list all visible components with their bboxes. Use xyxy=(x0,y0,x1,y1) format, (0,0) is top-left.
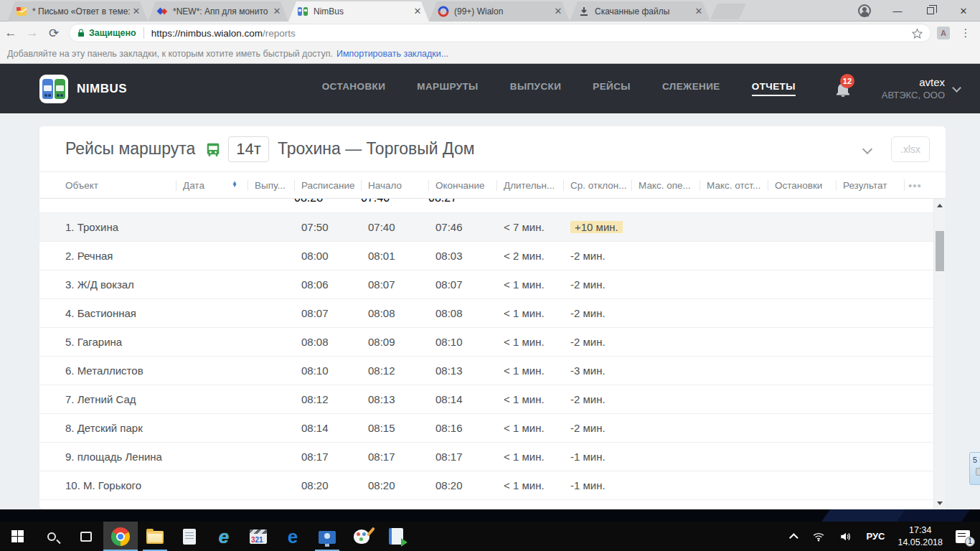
taskbar-edge[interactable]: e xyxy=(275,522,310,551)
tab-close-icon[interactable]: ✕ xyxy=(131,6,142,17)
cell-avg-deviation: -3 мин. xyxy=(563,364,631,377)
taskbar-search-button[interactable] xyxy=(34,522,69,551)
cell-schedule: 08:07 xyxy=(294,307,361,319)
col-object[interactable]: Объект xyxy=(39,180,176,191)
export-xlsx-button[interactable]: .xlsx xyxy=(891,136,930,162)
back-button[interactable]: ← xyxy=(0,26,22,40)
cell-object: 2. Речная xyxy=(39,250,176,262)
taskbar-media-app[interactable] xyxy=(379,522,413,551)
tab-close-icon[interactable]: ✕ xyxy=(693,6,705,17)
nav-routes[interactable]: МАРШРУТЫ xyxy=(417,81,478,96)
taskbar-explorer[interactable] xyxy=(138,522,172,551)
report-title: Рейсы маршрута xyxy=(65,139,195,159)
tab-mail[interactable]: * Письмо «Ответ в теме: ✕ xyxy=(7,1,148,22)
col-vypusk[interactable]: Выпу... xyxy=(248,180,294,191)
table-row[interactable]: 2. Речная08:0008:0108:03< 2 мин.-2 мин. xyxy=(39,242,946,270)
forward-button[interactable]: → xyxy=(22,26,43,40)
tab-close-icon[interactable]: ✕ xyxy=(412,6,423,17)
window-minimize-button[interactable]: — xyxy=(881,0,914,22)
secure-indicator[interactable]: Защищено xyxy=(77,28,136,38)
reload-button[interactable]: ⟳ xyxy=(43,26,65,41)
tab-nimbus[interactable]: NimBus ✕ xyxy=(288,1,429,22)
capture-icon[interactable] xyxy=(976,468,980,476)
table-row[interactable]: 5. Гагарина08:0808:0908:10< 1 мин.-2 мин… xyxy=(39,328,946,357)
taskbar-media-player-classic[interactable]: 321 xyxy=(241,522,275,551)
col-max-ahead[interactable]: Макс. опе... xyxy=(631,180,699,191)
taskbar-remote-desktop[interactable] xyxy=(310,522,344,551)
task-view-button[interactable] xyxy=(69,522,103,551)
col-max-behind[interactable]: Макс. отст... xyxy=(699,180,768,191)
cell-avg-deviation: -2 мин. xyxy=(563,307,631,319)
tray-expand-icon[interactable] xyxy=(789,533,798,542)
nav-reports[interactable]: ОТЧЕТЫ xyxy=(752,81,796,96)
scroll-up-icon[interactable] xyxy=(934,200,946,210)
address-bar[interactable]: Защищено https://nimbus.wialon.com/repor… xyxy=(69,24,931,42)
col-duration[interactable]: Длительн... xyxy=(496,180,563,191)
table-row[interactable]: 9. площадь Ленина08:1708:1708:17< 1 мин.… xyxy=(39,443,946,471)
sort-icon[interactable]: ▲▼ xyxy=(232,182,237,187)
task-view-icon xyxy=(80,532,92,542)
taskbar-internet-explorer[interactable]: e xyxy=(207,522,241,551)
table-row[interactable]: 3. Ж/Д вокзал08:0608:0708:07< 1 мин.-2 м… xyxy=(39,270,946,299)
collapse-chevron-icon[interactable] xyxy=(862,143,872,154)
table-row[interactable]: 8. Детский парк08:1408:1508:16< 1 мин.-2… xyxy=(39,414,946,443)
import-bookmarks-link[interactable]: Импортировать закладки... xyxy=(336,49,448,59)
tab-close-icon[interactable]: ✕ xyxy=(552,6,564,17)
cell-schedule: 08:12 xyxy=(294,393,361,405)
start-button[interactable] xyxy=(0,522,34,551)
col-date[interactable]: Дата▲▼ xyxy=(176,180,248,191)
nimbus-brand[interactable]: NIMBUS xyxy=(39,75,127,103)
new-tab-button[interactable] xyxy=(710,4,746,19)
taskbar-clock[interactable]: 17:34 14.05.2018 xyxy=(897,524,943,549)
taskbar-paint[interactable] xyxy=(344,522,379,551)
col-stops[interactable]: Остановки xyxy=(768,180,836,191)
report-title-row: Рейсы маршрута 14т Трохина — Торговый До… xyxy=(39,126,946,172)
partial-row[interactable]: 08:28 07:40 08:27 xyxy=(39,199,946,213)
table-scrollbar[interactable] xyxy=(933,199,946,509)
notifications-badge: 12 xyxy=(840,74,854,88)
col-avg-deviation[interactable]: Ср. отклон... xyxy=(563,180,631,191)
nav-tracking[interactable]: СЛЕЖЕНИЕ xyxy=(662,81,720,96)
col-result[interactable]: Результат xyxy=(836,180,904,191)
desktop-wallpaper-strip xyxy=(0,509,980,522)
toolbar-right: ⋮ xyxy=(937,27,980,39)
language-indicator[interactable]: РУС xyxy=(866,531,885,542)
volume-icon[interactable] xyxy=(839,530,853,543)
wifi-icon[interactable] xyxy=(811,530,826,543)
action-center-button[interactable]: 1 xyxy=(956,530,970,543)
notifications-button[interactable]: 12 xyxy=(834,80,852,98)
user-menu[interactable]: avtex АВТЭКС, ООО xyxy=(882,76,945,101)
scroll-down-icon[interactable] xyxy=(934,498,946,508)
scrollbar-thumb[interactable] xyxy=(936,231,944,271)
table-row[interactable]: 10. М. Горького08:2008:2008:20< 1 мин.-1… xyxy=(39,471,946,500)
tab-wialon[interactable]: (99+) Wialon ✕ xyxy=(429,1,570,22)
cell-start: 07:40 xyxy=(361,199,428,204)
tab-downloads[interactable]: Скачанные файлы ✕ xyxy=(570,1,710,22)
browser-profile-button[interactable] xyxy=(848,0,881,22)
taskbar-notepad[interactable] xyxy=(172,522,207,551)
table-row[interactable]: 7. Летний Сад08:1208:1308:14< 1 мин.-2 м… xyxy=(39,385,946,414)
col-end[interactable]: Окончание xyxy=(428,180,496,191)
tab-close-icon[interactable]: ✕ xyxy=(271,6,283,17)
table-row[interactable]: 1. Трохина07:5007:4007:46< 7 мин.+10 мин… xyxy=(39,213,946,242)
nav-stops[interactable]: ОСТАНОВКИ xyxy=(322,81,386,96)
columns-more-icon[interactable]: ••• xyxy=(904,179,933,192)
cell-start: 08:01 xyxy=(361,250,428,262)
tab-new-app[interactable]: *NEW*: Апп для монито ✕ xyxy=(148,1,288,22)
browser-menu-icon[interactable]: ⋮ xyxy=(960,27,971,39)
media-app-icon xyxy=(389,528,403,545)
col-schedule[interactable]: Расписание xyxy=(294,180,361,191)
window-close-button[interactable]: ✕ xyxy=(947,0,980,22)
extension-icon[interactable] xyxy=(937,27,950,39)
nav-trips[interactable]: РЕЙСЫ xyxy=(593,81,631,96)
bookmark-star-icon[interactable] xyxy=(911,27,923,39)
col-start[interactable]: Начало xyxy=(361,180,428,191)
download-speed-overlay[interactable]: 5 KB/s xyxy=(969,452,980,485)
window-restore-button[interactable] xyxy=(914,0,947,22)
cell-schedule: 08:10 xyxy=(294,364,361,377)
table-row[interactable]: 6. Металлистов08:1008:1208:13< 1 мин.-3 … xyxy=(39,357,946,385)
cell-end: 08:10 xyxy=(428,336,496,348)
taskbar-chrome[interactable] xyxy=(103,522,138,551)
nav-rides[interactable]: ВЫПУСКИ xyxy=(510,81,562,96)
table-row[interactable]: 4. Бастионная08:0708:0808:08< 1 мин.-2 м… xyxy=(39,299,946,328)
